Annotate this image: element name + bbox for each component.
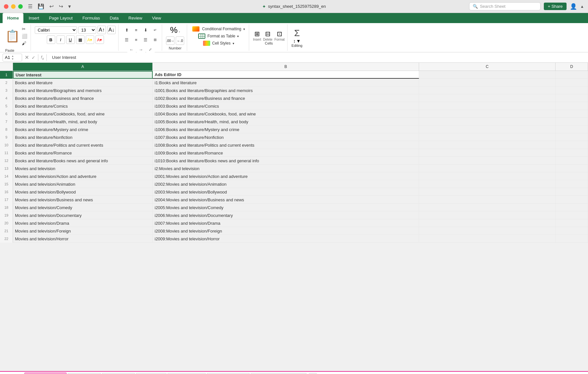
cell-b14[interactable]: i2001:Movies and television/Action and a…	[153, 172, 419, 180]
cell-c3[interactable]	[419, 87, 556, 94]
cell-c14[interactable]	[419, 172, 556, 180]
cell-b20[interactable]: i2007:Movies and television/Drama	[153, 219, 419, 227]
cell-d16[interactable]	[556, 188, 588, 196]
function-button[interactable]: fx	[41, 55, 44, 60]
cell-c5[interactable]	[419, 102, 556, 110]
insert-cells-button[interactable]: ⊞ Insert	[253, 30, 261, 41]
undo-icon[interactable]: ↩	[49, 3, 54, 9]
cell-b11[interactable]: i1009:Books and literature/Romance	[153, 149, 419, 157]
cond-fmt-arrow[interactable]: ▾	[243, 27, 245, 31]
align-middle-button[interactable]: ≡	[132, 26, 140, 34]
cell-a8[interactable]: Books and literature/Mystery and crime	[13, 126, 153, 133]
table-row[interactable]: 18Movies and television/Comedyi2005:Movi…	[0, 204, 588, 211]
cell-b9[interactable]: i1007:Books and literature/Nonfiction	[153, 133, 419, 141]
table-row[interactable]: 16Movies and television/Bollywoodi2003:M…	[0, 188, 588, 196]
table-row[interactable]: 20Movies and television/Dramai2007:Movie…	[0, 219, 588, 227]
cell-c20[interactable]	[419, 219, 556, 227]
cell-c17[interactable]	[419, 196, 556, 204]
table-row[interactable]: 8Books and literature/Mystery and crimei…	[0, 126, 588, 133]
formula-cancel-button[interactable]: ✕	[25, 54, 29, 60]
tab-page-layout[interactable]: Page Layout	[45, 13, 77, 23]
cell-d22[interactable]	[556, 235, 588, 243]
cell-d17[interactable]	[556, 196, 588, 204]
cell-a19[interactable]: Movies and television/Documentary	[13, 211, 153, 219]
font-family-select[interactable]: Calibri	[35, 26, 77, 34]
indent-decrease-button[interactable]: ←	[127, 45, 136, 54]
cell-d13[interactable]	[556, 165, 588, 172]
sheet-tab[interactable]: (1) User Interests	[24, 373, 67, 374]
cell-c16[interactable]	[419, 188, 556, 196]
cell-c9[interactable]	[419, 133, 556, 141]
save-icon[interactable]: 💾	[38, 3, 44, 9]
cell-reference-box[interactable]: A1 ▲▼	[3, 54, 22, 61]
decrease-decimal-button[interactable]: .00→	[166, 36, 174, 45]
tab-data[interactable]: Data	[105, 13, 123, 23]
table-row[interactable]: 19Movies and television/Documentaryi2006…	[0, 211, 588, 219]
border-button[interactable]: ▦	[76, 35, 84, 44]
cell-d3[interactable]	[556, 87, 588, 94]
cell-b1[interactable]: Ads Editor ID	[153, 71, 419, 79]
cell-c22[interactable]	[419, 235, 556, 243]
cell-d5[interactable]	[556, 102, 588, 110]
cell-a1[interactable]: User Interest	[13, 71, 153, 79]
cell-c6[interactable]	[419, 110, 556, 118]
underline-button[interactable]: U	[66, 35, 75, 44]
col-header-c[interactable]: C	[419, 63, 556, 71]
chevron-up-icon[interactable]: ▲	[580, 4, 584, 9]
italic-button[interactable]: I	[57, 35, 65, 44]
cell-a22[interactable]: Movies and television/Horror	[13, 235, 153, 243]
conditional-formatting-button[interactable]: Conditional Formatting ▾	[191, 26, 246, 32]
col-header-b[interactable]: B	[153, 63, 419, 71]
redo-icon[interactable]: ↪	[59, 3, 63, 9]
search-box[interactable]: 🔍 Search Sheet	[469, 2, 541, 10]
cell-b17[interactable]: i2004:Movies and television/Business and…	[153, 196, 419, 204]
increase-decimal-button[interactable]: ←.0	[176, 36, 184, 45]
font-size-select[interactable]: 13	[78, 26, 96, 34]
cell-b16[interactable]: i2003:Movies and television/Bollywood	[153, 188, 419, 196]
cell-b3[interactable]: i1001:Books and literature/Biographies a…	[153, 87, 419, 94]
editing-button[interactable]: Σ ↕ ▼ Editing	[291, 28, 302, 47]
paste-button[interactable]: 📋	[5, 29, 20, 43]
tab-review[interactable]: Review	[124, 13, 147, 23]
tab-view[interactable]: View	[147, 13, 166, 23]
cell-a20[interactable]: Movies and television/Drama	[13, 219, 153, 227]
cell-c12[interactable]	[419, 157, 556, 165]
cell-a4[interactable]: Books and literature/Business and financ…	[13, 94, 153, 102]
table-row[interactable]: 1User InterestAds Editor ID	[0, 71, 588, 79]
cell-d1[interactable]	[556, 71, 588, 79]
col-header-d[interactable]: D	[556, 63, 588, 71]
cell-a13[interactable]: Movies and television	[13, 165, 153, 172]
cell-d12[interactable]	[556, 157, 588, 165]
align-left-button[interactable]: ☰	[122, 35, 131, 44]
align-bottom-button[interactable]: ⬇	[141, 26, 150, 34]
merge-button[interactable]: ⊞	[151, 35, 159, 44]
table-row[interactable]: 13Movies and televisioni2:Movies and tel…	[0, 165, 588, 172]
table-row[interactable]: 7Books and literature/Health, mind, and …	[0, 118, 588, 126]
cell-a15[interactable]: Movies and television/Animation	[13, 180, 153, 188]
user-profile[interactable]: 👤	[570, 3, 577, 10]
cell-c11[interactable]	[419, 149, 556, 157]
cell-d10[interactable]	[556, 141, 588, 149]
fill-color-button[interactable]: A▾	[86, 35, 94, 44]
cell-b4[interactable]: i1002:Books and literature/Business and …	[153, 94, 419, 102]
cell-c21[interactable]	[419, 227, 556, 235]
cell-c15[interactable]	[419, 180, 556, 188]
table-row[interactable]: 12Books and literature/Books news and ge…	[0, 157, 588, 165]
align-top-button[interactable]: ⬆	[122, 26, 131, 34]
cell-c4[interactable]	[419, 94, 556, 102]
bold-button[interactable]: B	[47, 35, 55, 44]
percent-button[interactable]: %	[170, 25, 177, 35]
orientation-button[interactable]: ⤢	[146, 45, 155, 54]
cell-d19[interactable]	[556, 211, 588, 219]
table-row[interactable]: 11Books and literature/Romancei1009:Book…	[0, 149, 588, 157]
fmt-table-arrow[interactable]: ▾	[237, 34, 239, 38]
cell-d20[interactable]	[556, 219, 588, 227]
cell-b2[interactable]: i1:Books and literature	[153, 79, 419, 87]
cell-a11[interactable]: Books and literature/Romance	[13, 149, 153, 157]
increase-font-button[interactable]: A↑	[97, 26, 106, 34]
cell-d21[interactable]	[556, 227, 588, 235]
cell-styles-arrow[interactable]: ▾	[233, 42, 234, 45]
cell-c13[interactable]	[419, 165, 556, 172]
cell-d9[interactable]	[556, 133, 588, 141]
cell-b8[interactable]: i1006:Books and literature/Mystery and c…	[153, 126, 419, 133]
